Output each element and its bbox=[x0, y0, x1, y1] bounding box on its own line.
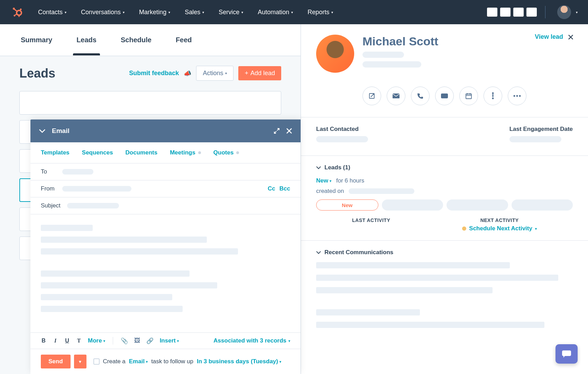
attachment-icon[interactable]: 📎 bbox=[121, 337, 128, 345]
nav-util-3[interactable] bbox=[513, 8, 524, 17]
nav-util-1[interactable] bbox=[487, 8, 497, 17]
send-options-button[interactable]: ▾ bbox=[74, 355, 86, 368]
user-avatar[interactable] bbox=[557, 5, 571, 19]
templates-tab[interactable]: Templates bbox=[41, 149, 70, 156]
from-value[interactable] bbox=[62, 186, 131, 192]
tab-leads[interactable]: Leads bbox=[76, 25, 97, 55]
followup-checkbox[interactable] bbox=[93, 358, 100, 365]
close-icon[interactable]: ✕ bbox=[567, 33, 574, 42]
communications-toggle[interactable]: Recent Communications bbox=[316, 249, 573, 256]
send-button[interactable]: Send bbox=[41, 355, 71, 368]
create-a-label: Create a bbox=[103, 358, 126, 365]
chevron-down-icon: ▾ bbox=[177, 339, 179, 343]
dot-icon bbox=[236, 151, 239, 154]
stage-4[interactable] bbox=[512, 199, 573, 211]
nav-util-2[interactable] bbox=[500, 8, 511, 17]
contact-subtitle-2 bbox=[362, 61, 421, 68]
submit-feedback-link[interactable]: Submit feedback bbox=[129, 70, 179, 77]
lead-status-row: New▾ for 6 hours bbox=[316, 177, 573, 184]
nav-service[interactable]: Service▾ bbox=[219, 9, 243, 16]
calendar-icon[interactable] bbox=[459, 87, 478, 105]
subject-label: Subject bbox=[41, 202, 67, 209]
chevron-down-icon: ▾ bbox=[123, 10, 125, 14]
chevron-down-icon[interactable]: ▾ bbox=[576, 10, 578, 14]
email-recipients: To From Cc Bcc bbox=[30, 163, 301, 197]
email-header: Email bbox=[30, 119, 301, 142]
nav-right: ▾ bbox=[487, 5, 578, 19]
contact-name: Michael Scott bbox=[362, 35, 438, 48]
screen-icon[interactable] bbox=[435, 87, 454, 105]
nav-marketing[interactable]: Marketing▾ bbox=[139, 9, 170, 16]
more-formatting[interactable]: More▾ bbox=[88, 337, 105, 344]
underline-button[interactable]: U bbox=[64, 338, 70, 344]
nav-contacts[interactable]: Contacts▾ bbox=[38, 9, 66, 16]
nav-sales[interactable]: Sales▾ bbox=[185, 9, 204, 16]
actions-button[interactable]: Actions▾ bbox=[196, 66, 233, 81]
svg-rect-11 bbox=[466, 94, 471, 99]
divider bbox=[545, 6, 545, 18]
svg-rect-18 bbox=[562, 350, 571, 356]
chat-fab[interactable] bbox=[555, 344, 578, 364]
email-title: Email bbox=[52, 127, 267, 135]
followup-time-select[interactable]: In 3 business days (Tuesday)▾ bbox=[197, 358, 281, 365]
italic-button[interactable]: I bbox=[53, 338, 58, 344]
cc-link[interactable]: Cc bbox=[268, 185, 275, 192]
more-icon[interactable] bbox=[508, 87, 526, 105]
leads-section-toggle[interactable]: Leads (1) bbox=[316, 164, 573, 171]
expand-icon[interactable] bbox=[274, 128, 280, 134]
quotes-tab[interactable]: Quotes bbox=[213, 149, 239, 156]
nav-conversations[interactable]: Conversations▾ bbox=[81, 9, 125, 16]
image-icon[interactable]: 🖼 bbox=[134, 337, 140, 344]
close-icon[interactable] bbox=[286, 128, 292, 134]
tab-feed[interactable]: Feed bbox=[176, 25, 192, 55]
subject-value[interactable] bbox=[67, 203, 119, 208]
stage-3[interactable] bbox=[447, 199, 508, 211]
from-field-row: From Cc Bcc bbox=[30, 180, 301, 197]
documents-tab[interactable]: Documents bbox=[126, 149, 158, 156]
associated-records[interactable]: Associated with 3 records▾ bbox=[213, 337, 290, 344]
link-icon[interactable]: 🔗 bbox=[146, 337, 154, 345]
logo[interactable] bbox=[10, 5, 24, 19]
bold-button[interactable]: B bbox=[41, 338, 46, 344]
phone-icon[interactable] bbox=[411, 87, 430, 105]
view-lead-link[interactable]: View lead bbox=[535, 33, 563, 41]
lead-card[interactable] bbox=[19, 91, 281, 115]
tab-summary[interactable]: Summary bbox=[21, 25, 52, 55]
comm-line bbox=[316, 262, 510, 268]
svg-point-12 bbox=[492, 92, 494, 94]
right-panel: Michael Scott View lead ✕ Last Contacted bbox=[301, 24, 588, 374]
body-line bbox=[41, 306, 183, 312]
schedule-next-activity[interactable]: Schedule Next Activity ▾ bbox=[462, 225, 537, 232]
chevron-down-icon: ▾ bbox=[330, 179, 331, 183]
collapse-icon[interactable] bbox=[39, 129, 46, 133]
nav-automation[interactable]: Automation▾ bbox=[258, 9, 293, 16]
email-composer: Email Templates Sequences Documents Meet… bbox=[30, 119, 301, 374]
from-label: From bbox=[41, 185, 62, 192]
status-duration: for 6 hours bbox=[336, 177, 364, 184]
email-icon[interactable] bbox=[387, 87, 405, 105]
note-icon[interactable] bbox=[362, 87, 381, 105]
text-format-button[interactable]: T bbox=[76, 338, 82, 344]
cc-bcc: Cc Bcc bbox=[268, 185, 290, 192]
stage-2[interactable] bbox=[382, 199, 443, 211]
task-icon[interactable] bbox=[484, 87, 502, 105]
add-lead-button[interactable]: +Add lead bbox=[238, 66, 281, 80]
sequences-tab[interactable]: Sequences bbox=[82, 149, 113, 156]
bcc-link[interactable]: Bcc bbox=[279, 185, 290, 192]
stage-new[interactable]: New bbox=[316, 199, 378, 211]
tab-schedule[interactable]: Schedule bbox=[121, 25, 151, 55]
svg-point-16 bbox=[516, 95, 518, 97]
nav-reports[interactable]: Reports▾ bbox=[307, 9, 333, 16]
chevron-down-icon: ▾ bbox=[331, 10, 333, 14]
insert-menu[interactable]: Insert▾ bbox=[160, 337, 179, 344]
chevron-down-icon: ▾ bbox=[202, 10, 204, 14]
meetings-tab[interactable]: Meetings bbox=[170, 149, 201, 156]
info-row: Last Contacted Last Engagement Date bbox=[316, 126, 573, 142]
email-body[interactable] bbox=[30, 214, 301, 332]
contact-avatar[interactable] bbox=[316, 35, 354, 73]
nav-util-4[interactable] bbox=[526, 8, 537, 17]
comm-line bbox=[316, 309, 420, 315]
status-dropdown[interactable]: New▾ bbox=[316, 177, 331, 184]
task-type-select[interactable]: Email▾ bbox=[129, 358, 148, 365]
to-value[interactable] bbox=[62, 169, 93, 175]
